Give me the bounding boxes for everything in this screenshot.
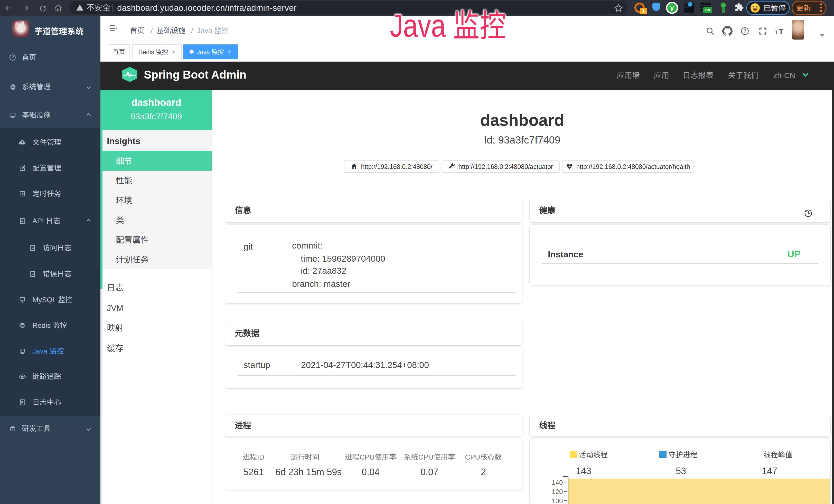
svg-text:T: T xyxy=(775,29,778,35)
svg-text:T: T xyxy=(779,27,784,36)
